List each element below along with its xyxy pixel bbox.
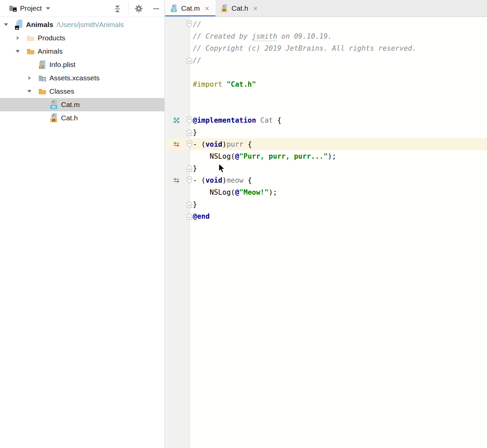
fold-end-marker[interactable] — [187, 165, 192, 172]
settings-button[interactable] — [134, 4, 143, 13]
token-pl: NSLog( — [193, 188, 235, 196]
fold-end-marker[interactable] — [187, 201, 192, 208]
expand-arrow-icon[interactable] — [3, 22, 15, 27]
token-pl: { — [244, 140, 252, 148]
settings-gear-icon — [134, 4, 143, 13]
token-pl: ); — [328, 152, 336, 160]
fold-end-marker[interactable] — [187, 129, 192, 136]
related-symbol-icon[interactable] — [172, 116, 180, 124]
fold-end-marker[interactable] — [187, 57, 192, 64]
hide-panel-icon — [152, 4, 160, 13]
folder-icon — [38, 87, 49, 96]
editor-gutter — [165, 17, 189, 448]
close-icon[interactable] — [253, 6, 258, 11]
fold-end-marker[interactable] — [187, 213, 192, 220]
objc-m-file-icon: m — [170, 4, 178, 13]
token-pl: NSLog( — [193, 152, 235, 160]
mouse-cursor — [218, 163, 227, 174]
hide-panel-button[interactable] — [151, 4, 161, 13]
plist-file-icon — [38, 60, 49, 69]
expand-arrow-icon[interactable] — [26, 89, 38, 94]
code-line-9: @implementation Cat { — [193, 114, 282, 126]
token-str: "Cat.h" — [226, 80, 256, 88]
tab-label: Cat.m — [181, 4, 200, 12]
token-pl: - ( — [193, 176, 205, 184]
tree-item-label: Animals — [37, 47, 63, 55]
tab-cat-m[interactable]: mCat.m — [165, 0, 215, 17]
fold-start-marker[interactable] — [187, 117, 192, 124]
folder-icon — [26, 47, 37, 56]
tree-item-label: Info.plist — [49, 61, 75, 69]
code-line-12: NSLog(@"Purr, purr, purr..."); — [193, 150, 336, 162]
tree-row-animals[interactable]: Animals/Users/jsmith/Animals — [0, 18, 164, 31]
tree-item-label: Animals — [25, 21, 53, 29]
collapse-all-icon — [113, 4, 121, 13]
code-line-2: // Created by jsmith on 09.10.19. — [193, 30, 332, 42]
token-str: "Meow!" — [239, 188, 269, 196]
svg-text:m: m — [172, 8, 175, 12]
token-meth: purr — [226, 140, 244, 148]
token-pl: } — [193, 128, 197, 136]
token-pl: ) — [222, 140, 227, 148]
project-tree: Animals/Users/jsmith/AnimalsProductsAnim… — [0, 17, 164, 448]
fold-start-marker[interactable] — [187, 21, 192, 28]
token-pl: { — [273, 116, 281, 124]
code-line-11: - (void)purr { — [193, 138, 252, 150]
project-toolbar: Project — [0, 0, 164, 17]
tree-row-classes[interactable]: Classes — [0, 85, 164, 98]
tree-item-label: Classes — [49, 87, 74, 95]
collapse-arrow-icon[interactable] — [26, 75, 38, 81]
tree-row-info-plist[interactable]: Info.plist — [0, 58, 164, 71]
fold-start-marker[interactable] — [187, 141, 192, 148]
project-view-selector[interactable]: Project — [9, 0, 50, 17]
token-cmt: // Copyright (c) 2019 JetBrains. All rig… — [193, 44, 416, 52]
token-kw: void — [205, 140, 222, 148]
close-icon[interactable] — [204, 6, 209, 11]
project-root-icon — [15, 19, 25, 30]
project-panel: Project — [0, 0, 165, 448]
tree-row-assets-xcassets[interactable]: Assets.xcassets — [0, 71, 164, 85]
tree-item-label: Cat.m — [60, 101, 80, 109]
svg-text:m: m — [52, 105, 56, 109]
objc-h-file-icon: H — [50, 113, 60, 123]
token-kw: @ — [235, 188, 239, 196]
token-cmt: // — [193, 56, 201, 64]
editor: mCat.mHCat.h //// Created by jsmith on 0… — [165, 0, 487, 448]
toolbar-separator — [128, 2, 128, 14]
chevron-down-icon — [46, 7, 50, 10]
token-cmt: // — [193, 20, 201, 28]
assets-folder-icon — [38, 74, 49, 82]
code-line-13: } — [193, 162, 197, 174]
tab-cat-h[interactable]: HCat.h — [215, 0, 264, 17]
token-kw: @ — [235, 152, 239, 160]
folder-pale-icon — [26, 34, 37, 42]
token-pl: ) — [222, 176, 227, 184]
code-line-1: // — [193, 18, 201, 30]
token-meth: Cat — [260, 116, 273, 124]
token-pl: { — [244, 176, 252, 184]
token-kw: @end — [193, 212, 210, 220]
tree-row-cat-m[interactable]: mCat.m — [0, 98, 164, 111]
fold-start-marker[interactable] — [187, 177, 192, 184]
code-editor[interactable]: //// Created by jsmith on 09.10.19.// Co… — [165, 17, 487, 448]
objc-m-file-icon: m — [50, 100, 60, 110]
svg-text:H: H — [52, 118, 55, 123]
token-pl — [256, 116, 261, 124]
code-line-15: NSLog(@"Meow!"); — [193, 186, 277, 198]
project-folder-icon — [9, 4, 17, 13]
collapse-all-button[interactable] — [113, 4, 122, 13]
token-cmt: // Created by — [193, 32, 252, 40]
tree-row-cat-h[interactable]: HCat.h — [0, 111, 164, 125]
collapse-arrow-icon[interactable] — [14, 35, 26, 41]
navigate-implementation-icon[interactable] — [172, 176, 180, 184]
expand-arrow-icon[interactable] — [14, 49, 26, 54]
code-line-16: } — [193, 198, 197, 210]
token-cmt-typo: jsmith — [252, 32, 277, 40]
tree-row-animals[interactable]: Animals — [0, 45, 164, 58]
token-pl: } — [193, 164, 197, 172]
tab-label: Cat.h — [231, 4, 248, 12]
token-dir: #import — [193, 80, 226, 88]
navigate-implementation-icon[interactable] — [172, 140, 180, 148]
tree-row-products[interactable]: Products — [0, 31, 164, 45]
fold-column-line — [189, 17, 190, 448]
